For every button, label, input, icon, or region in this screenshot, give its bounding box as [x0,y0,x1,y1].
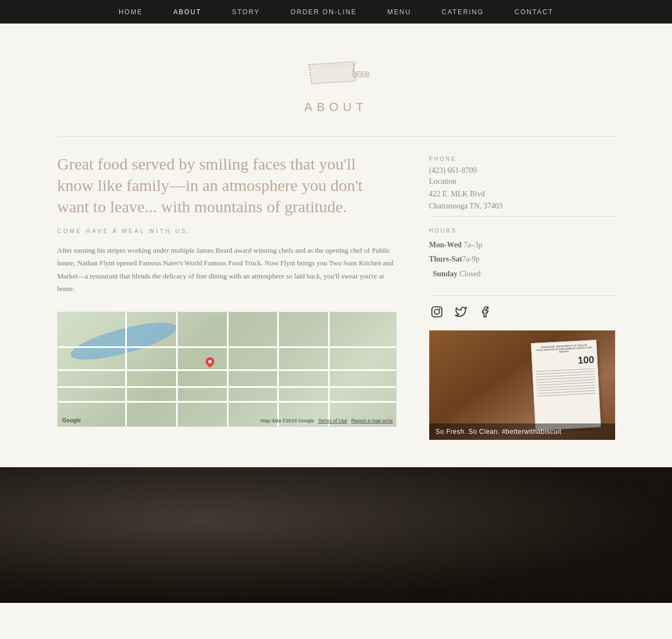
map-road [328,312,330,426]
nav-contact[interactable]: CONTACT [499,0,569,24]
location-label: Location [429,177,615,186]
svg-point-10 [434,309,439,314]
hours-days-1: Mon-Wed [429,241,462,249]
nav-catering[interactable]: CATERING [426,0,499,24]
left-column: Great food served by smiling faces that … [57,153,396,440]
nav-order[interactable]: ORDER ON-LINE [275,0,372,24]
hours-days-2: Thurs-Sat [429,255,463,263]
instagram-photo[interactable]: TENNESSEE DEPARTMENT OF HEALTHFOOD SERVI… [429,330,615,440]
hours-thurs-sat: Thurs-Sat7a-9p [429,252,615,267]
map-background: Google Map data ©2018 Google Terms of Us… [58,312,396,426]
svg-point-11 [439,308,440,310]
map-pin [206,357,214,369]
nav-menu[interactable]: MENU [372,0,426,24]
hours-label: HOURS [429,228,615,234]
bio-text: After earning his stripes working under … [57,244,396,295]
nav-story[interactable]: STORY [217,0,275,24]
hours-time-1: 7a–3p [464,241,482,249]
phone-number: (423) 661-8709 [429,166,615,175]
phone-label: PHONE [429,156,615,162]
facebook-icon[interactable] [477,304,493,320]
map-data-label: Map data ©2018 Google [260,418,314,423]
terms-link[interactable]: Terms of Use [318,418,347,423]
hours-mon-wed: Mon-Wed 7a–3p [429,238,615,253]
content-grid: Great food served by smiling faces that … [57,153,615,462]
google-logo: Google [62,417,81,423]
map-terms: Map data ©2018 Google Terms of Use Repor… [260,418,393,423]
hours-time-2: 7a-9p [462,255,480,263]
bottom-section [0,467,672,603]
cleaver-icon [301,56,372,92]
instagram-icon[interactable] [429,304,445,320]
page-title: ABOUT [305,100,368,114]
bottom-overlay [0,467,672,603]
report-link[interactable]: Report a map error [351,418,393,423]
tagline: Great food served by smiling faces that … [57,153,396,217]
hours-days-3: Sunday [433,270,458,278]
svg-rect-9 [431,306,441,316]
right-column: PHONE (423) 661-8709 Location 422 E. MLK… [429,153,615,440]
hours-sunday: Sunday Closed [429,267,615,282]
address-line-2: Chattanooga TN, 37403 [429,200,615,212]
nav-about[interactable]: ABOUT [158,0,217,24]
twitter-icon[interactable] [453,304,469,320]
navigation: HOME ABOUT STORY ORDER ON-LINE MENU CATE… [0,0,672,24]
map-container[interactable]: Google Map data ©2018 Google Terms of Us… [57,312,396,427]
map-road [176,312,178,426]
map-road [125,312,127,426]
map-river [67,315,179,367]
address-line-1: 422 E. MLK Blvd [429,188,615,200]
section-divider [57,136,615,137]
hero-section: ABOUT [57,24,615,131]
hours-time-3: Closed [459,270,481,278]
hours-divider [429,216,615,217]
social-section [429,295,615,320]
inspection-report: TENNESSEE DEPARTMENT OF HEALTHFOOD SERVI… [530,340,600,431]
nav-home[interactable]: HOME [103,0,158,24]
map-road [277,312,279,426]
map-road [227,312,229,426]
instagram-caption: So Fresh. So Clean. #betterwithabiscuit [429,423,615,440]
come-have-label: COME HAVE A MEAL WITH US. [57,228,396,234]
